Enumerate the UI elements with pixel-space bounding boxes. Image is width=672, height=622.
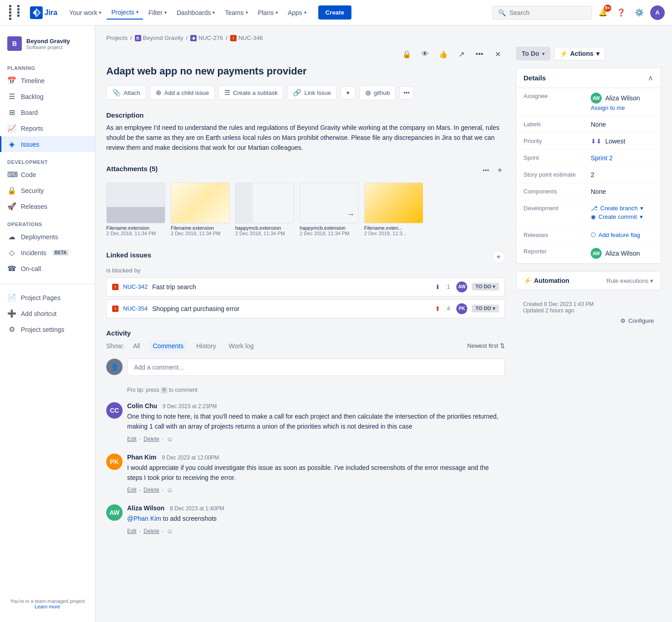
status-button[interactable]: To Do ▾ (516, 47, 550, 60)
breadcrumb-nuc-346[interactable]: NUC-346 (238, 35, 263, 41)
nav-your-work[interactable]: Your work ▾ (64, 6, 106, 19)
nav-filter[interactable]: Filter ▾ (144, 6, 171, 19)
attachments-label: Attachments (5) (106, 165, 158, 173)
filter-comments[interactable]: Comments (149, 341, 187, 351)
more-options-button[interactable]: ••• (399, 86, 414, 99)
breadcrumb-beyond-gravity[interactable]: Beyond Gravity (143, 35, 183, 41)
sidebar-item-project-settings[interactable]: ⚙ Project settings (0, 321, 95, 337)
attachment-item[interactable]: Filename.extension 2 Dec 2018, 11:34 PM (171, 183, 230, 236)
create-commit-button[interactable]: ◉ Create commit ▾ (591, 213, 653, 220)
feature-flag-link[interactable]: Add feature flag (598, 232, 640, 238)
user-avatar[interactable]: A (650, 5, 665, 20)
sidebar-item-reports[interactable]: 📈 Reports (0, 120, 95, 136)
assign-me-link[interactable]: Assign to me (591, 104, 653, 111)
create-branch-link[interactable]: Create branch (600, 205, 637, 212)
details-toggle[interactable]: ∧ (648, 74, 653, 82)
linked-issue-id[interactable]: NUC-342 (123, 283, 148, 290)
close-button[interactable]: ✕ (490, 47, 505, 61)
thumbsup-button[interactable]: 👍 (436, 47, 450, 61)
sprint-value[interactable]: Sprint 2 (591, 154, 653, 162)
nav-plans[interactable]: Plans ▾ (253, 6, 282, 19)
attachment-item[interactable]: happymcb.extension 2 Dec 2018, 11:34 PM (300, 183, 359, 236)
sidebar-item-label: Reports (21, 125, 43, 132)
link-issue-button[interactable]: 🔗 Link Issue (287, 85, 337, 100)
dropdown-button[interactable]: ▾ (341, 86, 356, 99)
actions-button[interactable]: ⚡ Actions ▾ (554, 47, 605, 60)
filter-history[interactable]: History (193, 341, 220, 351)
sidebar-item-project-pages[interactable]: 📄 Project Pages (0, 290, 95, 306)
nav-apps[interactable]: Apps ▾ (283, 6, 311, 19)
notifications-button[interactable]: 🔔 9+ (596, 5, 610, 20)
sidebar-item-releases[interactable]: 🚀 Releases (0, 198, 95, 214)
react-button[interactable]: ☺ (167, 528, 173, 535)
sidebar-item-board[interactable]: ⊞ Board (0, 104, 95, 120)
nav-projects[interactable]: Projects ▾ (107, 6, 143, 20)
jira-logo[interactable]: Jira (30, 6, 57, 19)
filter-worklog[interactable]: Work log (225, 341, 257, 351)
github-button[interactable]: ⊛ github (359, 85, 395, 100)
react-button[interactable]: ☺ (167, 435, 173, 443)
sidebar-item-backlog[interactable]: ☰ Backlog (0, 89, 95, 104)
sidebar-item-add-shortcut[interactable]: ➕ Add shortcut (0, 306, 95, 321)
sidebar-item-code[interactable]: ⌨ Code (0, 167, 95, 183)
releases-icon: 🚀 (7, 202, 16, 211)
attachment-thumb (300, 183, 359, 223)
delete-comment-button[interactable]: Delete (143, 436, 159, 442)
linked-count: 1 (447, 283, 450, 290)
search-input[interactable] (509, 9, 582, 16)
create-branch-button[interactable]: ⎇ Create branch ▾ (591, 205, 653, 212)
sidebar-item-issues[interactable]: ◈ Issues (0, 136, 95, 152)
attachment-thumb (171, 183, 230, 223)
project-settings-icon: ⚙ (7, 325, 16, 334)
apps-grid-icon[interactable] (7, 3, 26, 22)
status-badge[interactable]: TO DO ▾ (472, 305, 499, 312)
configure-button[interactable]: ⚙ Configure (620, 317, 654, 324)
rule-executions-button[interactable]: Rule executions ▾ (607, 277, 654, 284)
attachment-item[interactable]: happymcb.extension 2 Dec 2018, 11:34 PM (235, 183, 294, 236)
search-bar[interactable]: 🔍 (492, 6, 592, 20)
nav-dashboards[interactable]: Dashboards ▾ (172, 6, 220, 19)
activity-sort[interactable]: Newest first ⇅ (467, 342, 505, 349)
comment-actions: Edit · Delete · ☺ (127, 528, 505, 535)
help-button[interactable]: ❓ (614, 5, 628, 20)
linked-issue-id[interactable]: NUC-354 (123, 305, 148, 312)
releases-label: Releases (524, 232, 587, 238)
sidebar-item-deployments[interactable]: ☁ Deployments (0, 229, 95, 245)
create-commit-link[interactable]: Create commit (598, 213, 637, 220)
create-button[interactable]: Create (318, 5, 352, 20)
filter-all[interactable]: All (129, 341, 144, 351)
attachments-more-button[interactable]: ••• (481, 165, 491, 176)
learn-more-link[interactable]: Learn more (35, 604, 60, 609)
share-button[interactable]: ↗ (454, 47, 469, 61)
attachment-thumb (106, 183, 165, 223)
more-button[interactable]: ••• (472, 47, 487, 61)
edit-comment-button[interactable]: Edit (127, 487, 137, 493)
nav-teams[interactable]: Teams ▾ (220, 6, 252, 19)
sidebar-item-on-call[interactable]: ☎ On-call (0, 261, 95, 276)
settings-button[interactable]: ⚙️ (632, 5, 647, 20)
edit-comment-button[interactable]: Edit (127, 528, 137, 534)
attachment-item[interactable]: Filename.exten... 2 Dec 2018, 11:3... (364, 183, 423, 236)
react-button[interactable]: ☺ (167, 486, 173, 494)
add-attachment-button[interactable]: + (494, 164, 505, 177)
comment-body: Phan Kim 9 Dec 2023 at 12:00PM I would a… (127, 454, 505, 494)
watch-button[interactable]: 👁 (418, 47, 432, 61)
breadcrumb-nuc-276[interactable]: NUC-276 (198, 35, 223, 41)
add-feature-flag-button[interactable]: ⎔ Add feature flag (591, 232, 653, 238)
sidebar-item-label: Project settings (21, 326, 64, 333)
comment-input-field[interactable]: Add a comment... (127, 359, 505, 376)
edit-comment-button[interactable]: Edit (127, 436, 137, 442)
attachment-item[interactable]: Filename.extension 2 Dec 2018, 11:34 PM (106, 183, 165, 236)
delete-comment-button[interactable]: Delete (143, 528, 159, 534)
breadcrumb-projects[interactable]: Projects (106, 35, 128, 41)
sidebar-item-security[interactable]: 🔒 Security (0, 183, 95, 198)
attach-button[interactable]: 📎 Attach (106, 85, 146, 100)
lock-button[interactable]: 🔒 (400, 47, 414, 61)
add-child-button[interactable]: ⊕ Add a child issue (150, 85, 215, 100)
status-badge[interactable]: TO DO ▾ (472, 283, 499, 291)
delete-comment-button[interactable]: Delete (143, 487, 159, 493)
sidebar-item-timeline[interactable]: 📅 Timeline (0, 73, 95, 89)
add-linked-issue-button[interactable]: + (492, 251, 505, 263)
create-subtask-button[interactable]: ☰ Create a subtask (218, 85, 283, 100)
sidebar-item-incidents[interactable]: ◇ Incidents BETA (0, 245, 95, 261)
